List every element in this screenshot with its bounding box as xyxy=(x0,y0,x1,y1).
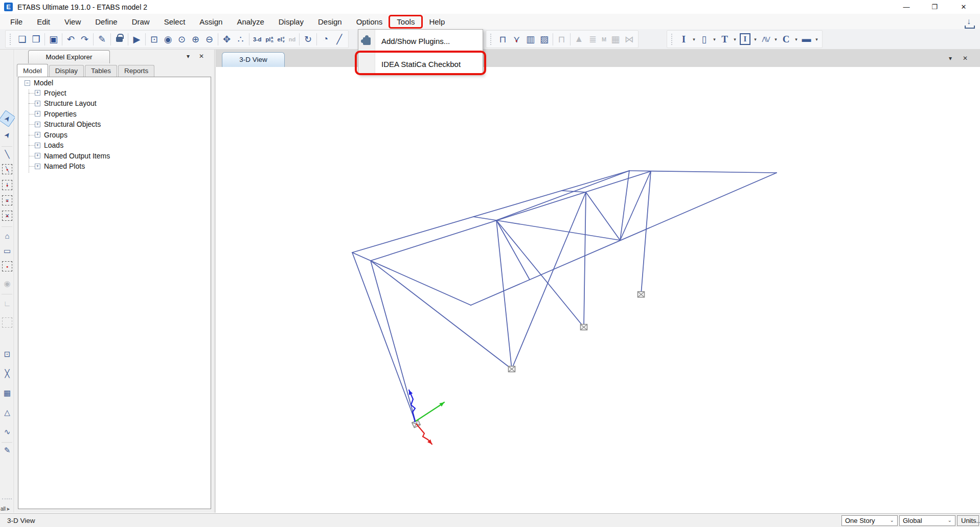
view-elevation-icon[interactable]: elev xyxy=(276,32,287,46)
restore-button[interactable]: ❐ xyxy=(923,0,946,14)
support-icon[interactable] xyxy=(581,325,587,330)
model-explorer-title[interactable]: Model Explorer xyxy=(28,50,110,63)
draw-line-icon[interactable]: ╲ xyxy=(1,148,13,161)
quick-area-icon[interactable]: ● xyxy=(1,260,13,272)
menu-item-display[interactable]: Display xyxy=(271,15,311,28)
zoom-in-icon[interactable]: ⊕ xyxy=(189,32,202,46)
model-canvas[interactable] xyxy=(215,67,980,513)
viewport-collapse-icon[interactable]: ▾ xyxy=(949,55,952,62)
frame-member[interactable] xyxy=(352,253,471,305)
quick-column-icon[interactable]: I● xyxy=(1,179,13,191)
panel-close-icon[interactable]: ✕ xyxy=(199,53,204,60)
draw-window-icon[interactable]: ⊡ xyxy=(1,348,13,360)
shear-wall-dropdown-icon[interactable]: ▾ xyxy=(793,32,800,46)
steel-design-dropdown-icon[interactable]: ▾ xyxy=(691,32,697,46)
frame-member[interactable] xyxy=(371,261,416,424)
frame-member[interactable] xyxy=(496,220,512,369)
frame-member[interactable] xyxy=(586,192,620,240)
concrete-design-dropdown-icon[interactable]: ▾ xyxy=(711,32,718,46)
menu-item-analyze[interactable]: Analyze xyxy=(230,15,271,28)
explorer-tab-tables[interactable]: Tables xyxy=(85,65,117,78)
steel-frame-design-icon[interactable]: I xyxy=(677,32,691,46)
quick-secondary-beams-icon[interactable]: ≡● xyxy=(1,194,13,207)
menu-item-add-show-plugins[interactable]: Add/Show Plugins... xyxy=(358,30,483,52)
expand-expander-icon[interactable]: + xyxy=(35,101,40,106)
tree-item-project[interactable]: +Project xyxy=(18,88,211,99)
steel-joist-dropdown-icon[interactable]: ▾ xyxy=(772,32,779,46)
composite-beam-design-icon[interactable]: T xyxy=(718,32,732,46)
expand-expander-icon[interactable]: + xyxy=(35,153,40,158)
viewport-close-icon[interactable]: ✕ xyxy=(963,55,968,62)
collapse-expander-icon[interactable]: − xyxy=(25,80,30,86)
select-all-button[interactable]: all➤ xyxy=(1,506,13,512)
explorer-tab-reports[interactable]: Reports xyxy=(118,65,154,78)
expand-expander-icon[interactable]: + xyxy=(35,143,40,148)
undo-icon[interactable]: ↶ xyxy=(64,32,78,46)
menu-item-select[interactable]: Select xyxy=(157,15,193,28)
tree-item-properties[interactable]: +Properties xyxy=(18,109,211,120)
quick-frame-icon[interactable]: ╲● xyxy=(1,163,13,175)
frame-member[interactable] xyxy=(352,171,629,253)
contour-plot-icon[interactable]: ▦ xyxy=(608,32,622,46)
lock-model-icon[interactable] xyxy=(112,32,126,46)
portal-frame-icon[interactable]: ⊓ xyxy=(555,32,568,46)
close-button[interactable]: ✕ xyxy=(952,0,975,14)
frame-load-icon[interactable]: ▥ xyxy=(523,32,537,46)
frame-member[interactable] xyxy=(629,171,777,173)
draw-ramp-icon[interactable]: △ xyxy=(1,406,13,419)
slab-design-icon[interactable]: ▬ xyxy=(800,32,813,46)
frame-member[interactable] xyxy=(471,173,777,305)
explorer-tab-display[interactable]: Display xyxy=(49,65,84,78)
menu-item-view[interactable]: View xyxy=(57,15,88,28)
view-named-icon[interactable]: nd xyxy=(287,32,298,46)
draw-opening-icon[interactable]: ◉ xyxy=(1,278,13,290)
open-file-icon[interactable]: ❒ xyxy=(29,32,43,46)
support-icon[interactable] xyxy=(509,366,515,372)
expand-expander-icon[interactable]: + xyxy=(35,90,40,96)
frame-member[interactable] xyxy=(352,253,416,424)
expand-expander-icon[interactable]: + xyxy=(35,164,40,169)
frame-member[interactable] xyxy=(584,192,586,327)
download-icon[interactable]: ↓ xyxy=(963,17,976,29)
menu-item-define[interactable]: Define xyxy=(88,15,124,28)
menu-item-design[interactable]: Design xyxy=(311,15,349,28)
draw-wall-icon[interactable]: ∟ xyxy=(1,297,13,309)
draw-link-icon[interactable]: ╳ xyxy=(1,368,13,380)
moment-diagram-icon[interactable]: M xyxy=(600,32,608,46)
explorer-tab-model[interactable]: Model xyxy=(17,64,48,77)
rotate-view-icon[interactable]: ↻ xyxy=(301,32,315,46)
draw-grid-icon[interactable]: ▦ xyxy=(1,387,13,399)
previous-zoom-icon[interactable]: ⊙ xyxy=(175,32,189,46)
minimize-button[interactable]: — xyxy=(895,0,918,14)
reshape-object-icon[interactable]: ➤ xyxy=(0,126,16,143)
tree-item-named-plots[interactable]: +Named Plots xyxy=(18,161,211,172)
select-pointer-icon[interactable]: ➤ xyxy=(0,110,16,127)
draw-frame-icon[interactable]: ⊓ xyxy=(496,32,510,46)
walkthrough-icon[interactable]: ∴ xyxy=(234,32,247,46)
steel-joist-design-icon[interactable]: ⋀⋁ xyxy=(759,32,772,46)
coord-system-selector[interactable]: Global ⌄ xyxy=(899,515,955,526)
draw-polygon-area-icon[interactable]: ⌂ xyxy=(1,230,13,242)
tree-item-structure-layout[interactable]: +Structure Layout xyxy=(18,98,211,109)
redo-icon[interactable]: ↷ xyxy=(78,32,92,46)
tree-item-loads[interactable]: +Loads xyxy=(18,140,211,151)
composite-column-design-icon[interactable]: I xyxy=(740,33,750,45)
draw-dimension-icon[interactable]: ✎ xyxy=(1,444,13,456)
frame-member[interactable] xyxy=(371,261,512,369)
uniform-load-icon[interactable]: ≣ xyxy=(586,32,600,46)
menu-item-file[interactable]: File xyxy=(3,15,30,28)
menu-item-idea-statica-checkbot[interactable]: IDEA StatiCa Checkbot xyxy=(358,53,483,75)
draw-spline-icon[interactable]: ∿ xyxy=(1,426,13,438)
assign-joint-icon[interactable]: ⋎ xyxy=(510,32,523,46)
slab-design-dropdown-icon[interactable]: ▾ xyxy=(813,32,820,46)
run-analysis-icon[interactable]: ▶ xyxy=(130,32,144,46)
rubber-band-zoom-icon[interactable]: ⊡ xyxy=(147,32,161,46)
restore-full-view-icon[interactable]: ◉ xyxy=(161,32,175,46)
zoom-out-icon[interactable]: ⊖ xyxy=(202,32,216,46)
frame-member[interactable] xyxy=(496,220,620,240)
snap-options-icon[interactable]: ◔ xyxy=(318,32,332,46)
expand-expander-icon[interactable]: + xyxy=(35,132,40,138)
point-displacement-icon[interactable]: ▲ xyxy=(572,32,586,46)
units-button[interactable]: Units... xyxy=(957,515,979,526)
shear-wall-design-icon[interactable]: C xyxy=(779,32,793,46)
